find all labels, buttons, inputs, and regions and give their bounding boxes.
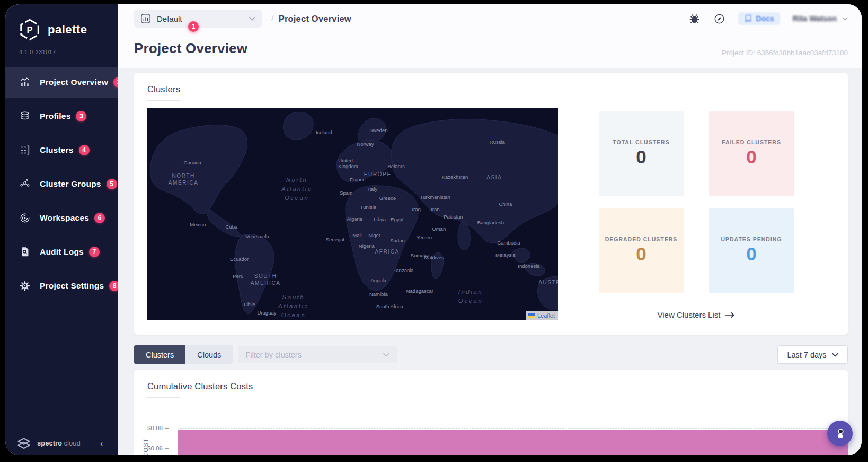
- stat-tile-degraded-clusters: DEGRADED CLUSTERS0: [599, 208, 684, 293]
- logo-row[interactable]: P palette: [5, 4, 118, 41]
- stat-tile-value: 0: [636, 146, 646, 168]
- project-selector-value: Default: [157, 14, 182, 23]
- sidebar-item-label: Clusters: [40, 145, 74, 155]
- title-underline: [147, 397, 180, 398]
- assistant-fab-button[interactable]: [827, 421, 853, 446]
- y-tick-008: $0.08: [134, 425, 169, 431]
- gear-icon: [19, 280, 32, 292]
- sidebar-item-label: Profiles: [40, 111, 70, 121]
- stat-tile-label: DEGRADED CLUSTERS: [605, 236, 678, 242]
- clusters-map[interactable]: IcelandSwedenNorwayRussiaCanadaUnitedKin…: [147, 108, 558, 320]
- sidebar-item-project-overview[interactable]: Project Overview2: [5, 67, 118, 98]
- stat-tiles: TOTAL CLUSTERS0FAILED CLUSTERS0DEGRADED …: [599, 111, 794, 293]
- help-compass-icon[interactable]: [713, 13, 725, 25]
- palette-logo-icon: P: [18, 18, 41, 41]
- topbar: Default 1 / Project Overview: [118, 4, 862, 33]
- cluster-stats: TOTAL CLUSTERS0FAILED CLUSTERS0DEGRADED …: [558, 108, 835, 320]
- chevron-down-icon: [249, 16, 255, 21]
- sidebar-collapse-button[interactable]: ‹: [96, 437, 107, 450]
- date-range-value: Last 7 days: [787, 351, 826, 359]
- chevron-down-icon: [842, 17, 848, 21]
- world-map-shapes: [147, 108, 558, 320]
- view-tabs: ClustersClouds: [134, 345, 233, 364]
- cost-area-series: [178, 430, 848, 455]
- step-badge: 5: [107, 179, 117, 189]
- stat-tile-label: UPDATES PENDING: [721, 236, 782, 242]
- stat-tile-label: FAILED CLUSTERS: [722, 139, 781, 145]
- gridline-dashed: [178, 428, 848, 429]
- step-badge: 3: [76, 111, 86, 121]
- bug-report-icon[interactable]: [688, 13, 701, 25]
- stat-tile-value: 0: [746, 243, 756, 265]
- sidebar-item-label: Workspaces: [40, 213, 89, 223]
- breadcrumb: / Project Overview: [271, 13, 351, 24]
- filter-by-clusters-dropdown[interactable]: Filter by clusters: [238, 346, 397, 363]
- docs-label: Docs: [756, 14, 774, 23]
- sidebar-item-profiles[interactable]: Profiles3: [5, 101, 118, 132]
- step-badge-1: 1: [188, 21, 199, 32]
- sidebar-item-audit-logs[interactable]: Audit Logs7: [5, 237, 118, 267]
- stat-tile-updates-pending: UPDATES PENDING0: [709, 208, 794, 293]
- audit-icon: [19, 246, 32, 258]
- sidebar-item-label: Project Settings: [40, 281, 104, 291]
- sidebar-item-label: Cluster Groups: [40, 179, 101, 189]
- workspace-icon: [19, 212, 32, 224]
- stat-tile-label: TOTAL CLUSTERS: [613, 139, 669, 145]
- arrow-right-icon: [725, 312, 735, 318]
- view-clusters-list-link[interactable]: View Clusters List: [658, 310, 736, 319]
- book-icon: [744, 14, 752, 23]
- tab-clusters[interactable]: Clusters: [134, 345, 185, 364]
- chevron-down-icon: [832, 353, 838, 357]
- project-chart-icon: [140, 13, 151, 24]
- y-tick-006: $0.06: [134, 445, 169, 451]
- date-range-dropdown[interactable]: Last 7 days: [777, 345, 848, 364]
- sidebar-item-label: Project Overview: [40, 77, 108, 87]
- stat-tile-failed-clusters: FAILED CLUSTERS0: [709, 111, 794, 196]
- filter-bar: ClustersClouds Filter by clusters Last 7…: [134, 345, 848, 364]
- sidebar-item-cluster-groups[interactable]: Cluster Groups5: [5, 169, 118, 199]
- main-area: Default 1 / Project Overview: [118, 4, 862, 455]
- step-badge: 6: [94, 213, 105, 223]
- breadcrumb-current[interactable]: Project Overview: [279, 14, 351, 24]
- app-window: P palette 4.1.0-231017 Project Overview2…: [5, 4, 862, 455]
- leaflet-attribution[interactable]: Leaflet: [526, 311, 558, 320]
- chart-icon: [19, 76, 32, 89]
- stat-tile-value: 0: [636, 243, 646, 265]
- sidebar-item-label: Audit Logs: [40, 247, 84, 257]
- topbar-actions: Docs Rita Watson: [688, 12, 848, 25]
- brand-text: spectro cloud: [37, 439, 81, 447]
- docs-button[interactable]: Docs: [738, 12, 780, 25]
- tab-clouds[interactable]: Clouds: [185, 345, 233, 364]
- costs-card-title: Cumulative Clusters Costs: [147, 381, 835, 391]
- clusters-card-title: Clusters: [147, 84, 835, 94]
- clusters-card: Clusters: [134, 73, 848, 335]
- breadcrumb-separator: /: [271, 13, 274, 24]
- spectro-cloud-logo-icon: [16, 437, 32, 450]
- sidebar-item-clusters[interactable]: Clusters4: [5, 135, 118, 165]
- version-label: 4.1.0-231017: [5, 41, 118, 55]
- sidebar: P palette 4.1.0-231017 Project Overview2…: [5, 4, 118, 455]
- page-title: Project Overview: [134, 40, 247, 57]
- user-menu[interactable]: Rita Watson: [793, 14, 848, 23]
- ukraine-flag-icon: [528, 313, 535, 318]
- step-badge: 7: [89, 247, 100, 257]
- network-icon: [19, 178, 32, 190]
- sidebar-item-workspaces[interactable]: Workspaces6: [5, 203, 118, 233]
- svg-text:P: P: [26, 25, 32, 34]
- sidebar-footer: spectro cloud ‹: [5, 431, 118, 455]
- user-name: Rita Watson: [793, 14, 837, 23]
- project-selector-dropdown[interactable]: Default 1: [134, 10, 262, 28]
- step-badge: 4: [79, 145, 90, 155]
- stat-tile-value: 0: [746, 146, 756, 168]
- stat-tile-total-clusters: TOTAL CLUSTERS0: [599, 111, 684, 196]
- costs-card: Cumulative Clusters Costs COST $0.08 $0.…: [134, 370, 848, 455]
- sidebar-item-project-settings[interactable]: Project Settings8: [5, 271, 118, 301]
- filter-placeholder: Filter by clusters: [245, 351, 302, 359]
- view-clusters-list-label: View Clusters List: [658, 310, 721, 319]
- project-id: Project ID: 6356fc38bb1aac03afd73100: [722, 49, 848, 57]
- astronaut-icon: [833, 426, 847, 440]
- chevron-down-icon: [383, 353, 389, 357]
- layers-icon: [19, 110, 32, 123]
- sidebar-nav: Project Overview2Profiles3Clusters4Clust…: [5, 67, 118, 304]
- logo-text: palette: [48, 23, 87, 37]
